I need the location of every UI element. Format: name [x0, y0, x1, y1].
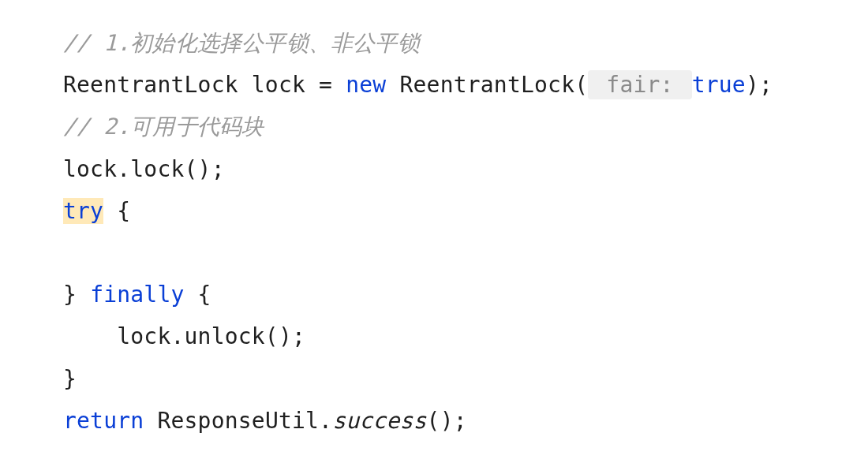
keyword-new: new: [346, 72, 386, 98]
keyword-true: true: [692, 72, 746, 98]
code-line-5b: {: [103, 198, 130, 224]
comment-line-2: // 2.可用于代码块: [63, 114, 264, 140]
code-line-2a: ReentrantLock lock =: [63, 72, 346, 98]
code-line-7b: {: [185, 282, 211, 308]
keyword-try: try: [63, 198, 103, 224]
code-line-2b: ReentrantLock(: [386, 72, 588, 98]
comment-line-1: // 1.初始化选择公平锁、非公平锁: [63, 30, 420, 56]
code-line-8: lock.unlock();: [63, 323, 305, 349]
code-line-7a: }: [63, 282, 90, 308]
code-line-2c: );: [746, 72, 773, 98]
keyword-return: return: [63, 408, 144, 434]
code-line-10a: ResponseUtil.: [144, 408, 332, 434]
code-line-9: }: [63, 366, 77, 392]
code-line-4: lock.lock();: [63, 156, 225, 182]
keyword-finally: finally: [90, 282, 184, 308]
method-success: success: [332, 408, 426, 434]
code-line-10b: ();: [427, 408, 467, 434]
code-block: // 1.初始化选择公平锁、非公平锁 ReentrantLock lock = …: [63, 22, 868, 442]
param-hint-fair: fair:: [588, 70, 691, 99]
